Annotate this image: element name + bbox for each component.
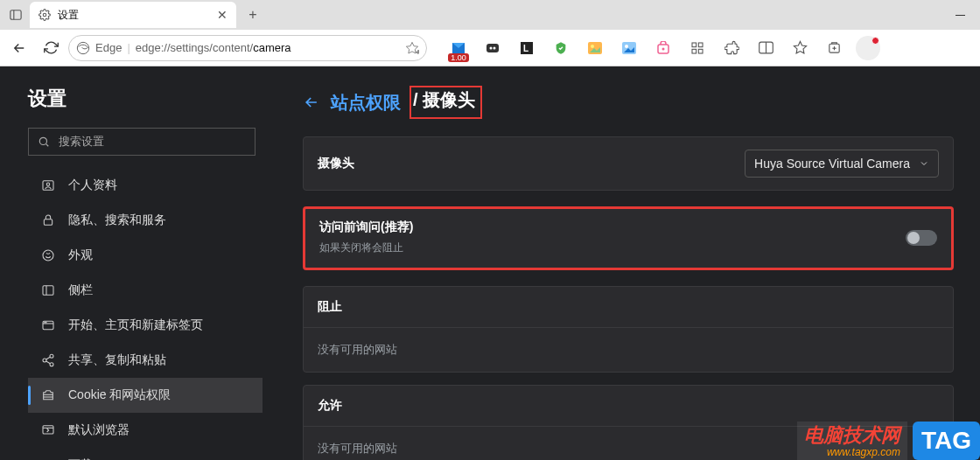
block-section-empty: 没有可用的网站 bbox=[304, 328, 953, 372]
window-controls bbox=[940, 0, 980, 30]
svg-rect-0 bbox=[10, 10, 21, 20]
sidebar-item-icon bbox=[40, 422, 56, 438]
collections-icon[interactable] bbox=[818, 34, 850, 62]
svg-point-39 bbox=[43, 250, 53, 261]
ask-toggle[interactable] bbox=[906, 230, 937, 246]
sidebar-item-label: Cookie 和网站权限 bbox=[68, 387, 171, 403]
svg-rect-24 bbox=[692, 43, 696, 47]
ext-icon-8[interactable] bbox=[682, 34, 713, 62]
new-tab-button[interactable]: + bbox=[240, 2, 266, 28]
profile-avatar[interactable] bbox=[852, 34, 884, 62]
breadcrumb-parent-link[interactable]: 站点权限 bbox=[331, 91, 401, 115]
sidebar-item-icon bbox=[40, 282, 56, 298]
svg-rect-26 bbox=[698, 49, 703, 53]
sidebar-item-label: 默认浏览器 bbox=[68, 422, 130, 438]
settings-content: 设置 搜索设置 个人资料隐私、搜索和服务外观侧栏开始、主页和新建标签页共享、复制… bbox=[0, 66, 980, 460]
sidebar-item-7[interactable]: 默认浏览器 bbox=[28, 413, 262, 448]
gear-icon bbox=[38, 9, 51, 21]
ask-subtitle: 如果关闭将会阻止 bbox=[319, 240, 413, 255]
split-screen-icon[interactable] bbox=[750, 34, 781, 62]
svg-rect-27 bbox=[692, 49, 696, 53]
svg-point-47 bbox=[43, 359, 46, 362]
address-bar[interactable]: Edge | edge://settings/content/camera + bbox=[68, 35, 427, 61]
ext-icon-2[interactable] bbox=[477, 34, 508, 62]
block-section: 阻止 没有可用的网站 bbox=[303, 286, 954, 373]
minimize-button[interactable] bbox=[940, 0, 980, 30]
browser-tab-active[interactable]: 设置 ✕ bbox=[30, 2, 236, 28]
sidebar-item-8[interactable]: 下载 bbox=[28, 448, 262, 460]
sidebar-item-4[interactable]: 开始、主页和新建标签页 bbox=[28, 308, 262, 343]
sidebar-item-label: 开始、主页和新建标签页 bbox=[68, 317, 203, 333]
svg-point-37 bbox=[46, 183, 49, 185]
sidebar-item-label: 隐私、搜索和服务 bbox=[68, 213, 166, 228]
watermark: 电脑技术网 www.tagxp.com TAG bbox=[797, 422, 980, 460]
breadcrumb-highlight: / 摄像头 bbox=[410, 86, 482, 119]
favorite-icon[interactable]: + bbox=[405, 41, 419, 55]
sidebar-item-1[interactable]: 隐私、搜索和服务 bbox=[28, 203, 262, 238]
svg-point-13 bbox=[494, 46, 496, 49]
search-placeholder: 搜索设置 bbox=[59, 134, 104, 150]
svg-point-45 bbox=[46, 322, 46, 323]
svg-rect-38 bbox=[44, 220, 52, 226]
allow-section-title: 允许 bbox=[304, 386, 953, 427]
settings-main: 站点权限 / 摄像头 摄像头 Huya Source Virtual Camer… bbox=[276, 66, 980, 460]
search-settings-input[interactable]: 搜索设置 bbox=[28, 128, 256, 156]
breadcrumb: 站点权限 / 摄像头 bbox=[303, 86, 954, 119]
sidebar-item-label: 侧栏 bbox=[68, 282, 93, 298]
settings-sidebar: 设置 搜索设置 个人资料隐私、搜索和服务外观侧栏开始、主页和新建标签页共享、复制… bbox=[0, 66, 276, 460]
svg-point-17 bbox=[591, 45, 594, 48]
refresh-button[interactable] bbox=[37, 34, 65, 62]
svg-rect-25 bbox=[698, 43, 703, 47]
ext-icon-5[interactable] bbox=[579, 34, 611, 62]
camera-device-select[interactable]: Huya Source Virtual Camera bbox=[745, 150, 939, 178]
svg-point-34 bbox=[39, 137, 46, 144]
svg-point-44 bbox=[45, 322, 46, 323]
tab-close-button[interactable]: ✕ bbox=[217, 8, 228, 22]
tab-title: 设置 bbox=[58, 8, 79, 23]
sidebar-item-icon bbox=[40, 387, 56, 403]
svg-point-46 bbox=[50, 354, 53, 358]
window-titlebar: 设置 ✕ + bbox=[0, 0, 980, 30]
block-section-title: 阻止 bbox=[304, 287, 953, 328]
svg-text:L: L bbox=[523, 44, 528, 53]
svg-point-48 bbox=[50, 363, 53, 366]
edge-label: Edge bbox=[95, 41, 122, 54]
svg-line-50 bbox=[46, 361, 51, 364]
sidebar-item-0[interactable]: 个人资料 bbox=[28, 168, 262, 203]
breadcrumb-current: 摄像头 bbox=[423, 90, 475, 109]
sidebar-item-label: 共享、复制和粘贴 bbox=[68, 352, 166, 368]
sidebar-item-5[interactable]: 共享、复制和粘贴 bbox=[28, 343, 262, 378]
ext-icon-4[interactable] bbox=[545, 34, 577, 62]
tab-actions-button[interactable] bbox=[5, 4, 26, 25]
url-text: edge://settings/content/camera bbox=[136, 41, 291, 54]
camera-selected-value: Huya Source Virtual Camera bbox=[754, 157, 910, 171]
svg-line-35 bbox=[46, 144, 49, 147]
ext-icon-3[interactable]: L bbox=[511, 34, 542, 62]
sidebar-item-icon bbox=[40, 213, 56, 228]
extensions-icon[interactable] bbox=[716, 34, 747, 62]
sidebar-item-3[interactable]: 侧栏 bbox=[28, 273, 262, 308]
breadcrumb-back-icon[interactable] bbox=[303, 94, 320, 111]
sidebar-item-icon bbox=[40, 352, 56, 368]
favorites-icon[interactable] bbox=[784, 34, 816, 62]
sidebar-item-2[interactable]: 外观 bbox=[28, 238, 262, 273]
svg-point-23 bbox=[662, 47, 665, 50]
toolbar-extensions: 1.00 L bbox=[443, 34, 884, 62]
svg-marker-30 bbox=[794, 41, 806, 52]
svg-point-20 bbox=[625, 45, 628, 48]
camera-device-panel: 摄像头 Huya Source Virtual Camera bbox=[303, 136, 954, 191]
ext-icon-1[interactable]: 1.00 bbox=[443, 34, 474, 62]
svg-rect-11 bbox=[486, 44, 499, 52]
svg-point-12 bbox=[490, 46, 493, 49]
back-button[interactable] bbox=[5, 34, 33, 62]
ask-before-access-panel: 访问前询问(推荐) 如果关闭将会阻止 bbox=[303, 206, 954, 270]
search-icon bbox=[38, 136, 50, 148]
svg-point-2 bbox=[43, 13, 46, 17]
sidebar-item-6[interactable]: Cookie 和网站权限 bbox=[28, 378, 262, 413]
ext-icon-6[interactable] bbox=[613, 34, 645, 62]
titlebar-left: 设置 ✕ + bbox=[0, 0, 266, 30]
browser-toolbar: Edge | edge://settings/content/camera + … bbox=[0, 30, 980, 66]
ext-icon-7[interactable] bbox=[648, 34, 679, 62]
sidebar-item-label: 个人资料 bbox=[68, 178, 117, 193]
sidebar-item-label: 外观 bbox=[68, 247, 93, 263]
